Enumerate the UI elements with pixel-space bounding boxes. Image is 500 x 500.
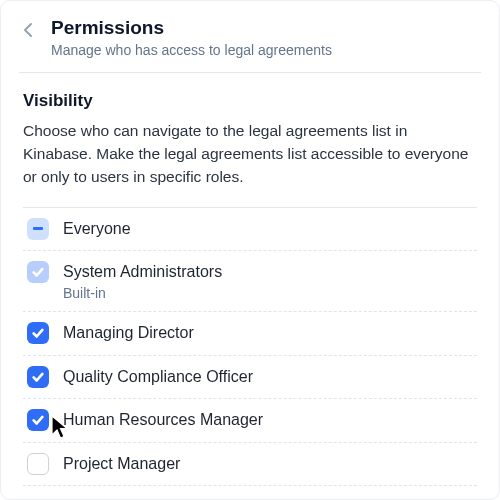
- page-title: Permissions: [51, 17, 332, 40]
- checkbox-checked[interactable]: [27, 322, 49, 344]
- role-everyone[interactable]: Everyone: [23, 208, 477, 251]
- check-icon: [31, 413, 45, 427]
- role-list: Everyone System Administrators Built-in …: [23, 207, 477, 486]
- role-text: Project Manager: [63, 453, 180, 475]
- section-description: Choose who can navigate to the legal agr…: [23, 119, 477, 189]
- role-quality-compliance-officer[interactable]: Quality Compliance Officer: [23, 356, 477, 399]
- chevron-left-icon: [23, 22, 33, 38]
- role-label: Everyone: [63, 218, 131, 240]
- permissions-panel: Permissions Manage who has access to leg…: [0, 0, 500, 500]
- check-icon: [31, 370, 45, 384]
- checkbox-indeterminate[interactable]: [27, 218, 49, 240]
- check-icon: [31, 265, 45, 279]
- checkbox-unchecked[interactable]: [27, 453, 49, 475]
- check-icon: [31, 326, 45, 340]
- checkbox-checked[interactable]: [27, 409, 49, 431]
- role-text: System Administrators Built-in: [63, 261, 222, 301]
- role-text: Human Resources Manager: [63, 409, 263, 431]
- role-label: Quality Compliance Officer: [63, 366, 253, 388]
- role-human-resources-manager[interactable]: Human Resources Manager: [23, 399, 477, 442]
- role-label: Managing Director: [63, 322, 194, 344]
- page-subtitle: Manage who has access to legal agreement…: [51, 42, 332, 58]
- panel-header: Permissions Manage who has access to leg…: [19, 11, 481, 73]
- section-heading: Visibility: [23, 91, 477, 111]
- checkbox-checked[interactable]: [27, 366, 49, 388]
- role-project-manager[interactable]: Project Manager: [23, 443, 477, 486]
- back-button[interactable]: [19, 21, 37, 39]
- role-sublabel: Built-in: [63, 285, 222, 301]
- role-label: Human Resources Manager: [63, 409, 263, 431]
- checkbox-checked-disabled[interactable]: [27, 261, 49, 283]
- role-text: Quality Compliance Officer: [63, 366, 253, 388]
- role-label: Project Manager: [63, 453, 180, 475]
- role-system-administrators[interactable]: System Administrators Built-in: [23, 251, 477, 312]
- role-text: Managing Director: [63, 322, 194, 344]
- role-label: System Administrators: [63, 261, 222, 283]
- header-text: Permissions Manage who has access to leg…: [51, 17, 332, 58]
- visibility-section: Visibility Choose who can navigate to th…: [19, 73, 481, 486]
- role-text: Everyone: [63, 218, 131, 240]
- role-managing-director[interactable]: Managing Director: [23, 312, 477, 355]
- minus-icon: [33, 227, 43, 230]
